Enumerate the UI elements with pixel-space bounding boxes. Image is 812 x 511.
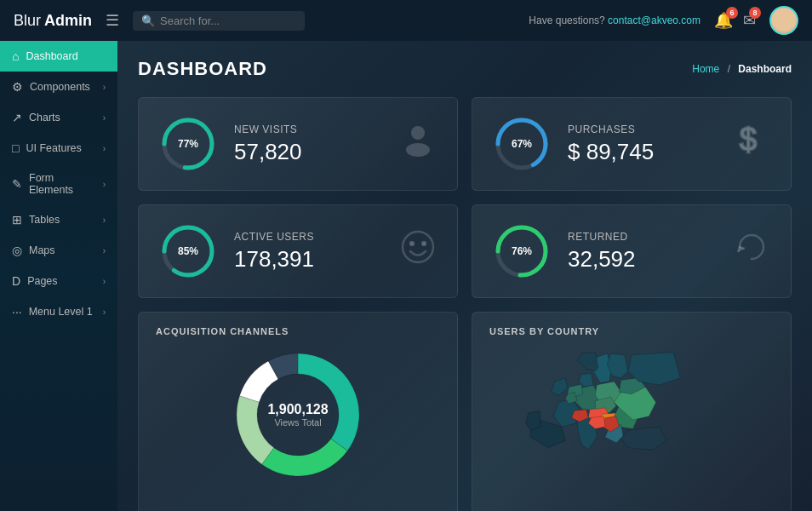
stat-label-new-visits: New Visits <box>234 123 382 135</box>
breadcrumb: Home / Dashboard <box>692 63 792 75</box>
svg-point-11 <box>422 242 426 245</box>
country-map <box>489 347 774 500</box>
stat-value-returned: 32,592 <box>568 246 716 273</box>
sidebar-icon-ui-features: □ <box>12 141 19 155</box>
sidebar-icon-maps: ◎ <box>12 244 22 257</box>
stat-ring-returned: 76% <box>493 222 551 280</box>
map-country-turkey <box>621 427 666 450</box>
map-country-portugal <box>526 411 541 430</box>
svg-point-2 <box>411 126 425 140</box>
sidebar-icon-form-elements: ✎ <box>12 177 22 191</box>
stat-label-purchases: Purchases <box>568 123 716 135</box>
stat-info-returned: Returned 32,592 <box>568 231 716 273</box>
svg-point-10 <box>410 242 414 245</box>
sidebar-item-form-elements[interactable]: ✎ Form Elements › <box>0 164 117 204</box>
chevron-icon: › <box>103 277 106 286</box>
map-country-norway <box>577 353 598 371</box>
stat-percent-new-visits: 77% <box>178 138 198 150</box>
sidebar-item-dashboard[interactable]: ⌂ Dashboard <box>0 41 117 72</box>
sidebar-label-menu-level: Menu Level 1 <box>29 306 96 318</box>
map-country-uk <box>552 378 568 395</box>
donut-svg <box>230 347 366 483</box>
sidebar-label-ui-features: UI Features <box>26 142 95 154</box>
sidebar: ⌂ Dashboard ⚙ Components › ↗ Charts › □ … <box>0 41 117 511</box>
sidebar-item-tables[interactable]: ⊞ Tables › <box>0 204 117 235</box>
donut-segment <box>262 439 348 476</box>
page-title: DASHBOARD <box>138 58 267 80</box>
sidebar-label-components: Components <box>30 81 96 93</box>
svg-text:$: $ <box>740 122 757 157</box>
search-input[interactable] <box>160 14 296 27</box>
acquisition-panel: ACQUISITION CHANNELS 1,900,128 Views Tot… <box>138 312 458 511</box>
stat-info-active-users: Active Users 178,391 <box>234 231 382 273</box>
sidebar-item-charts[interactable]: ↗ Charts › <box>0 102 117 133</box>
sidebar-item-pages[interactable]: D Pages › <box>0 266 117 296</box>
stat-value-active-users: 178,391 <box>234 246 382 273</box>
sidebar-icon-dashboard: ⌂ <box>12 49 19 63</box>
sidebar-label-tables: Tables <box>29 214 96 226</box>
sidebar-icon-menu-level: ··· <box>12 305 22 319</box>
sidebar-label-pages: Pages <box>27 275 96 287</box>
donut-segment <box>237 396 274 464</box>
sidebar-label-charts: Charts <box>29 112 96 123</box>
page-header: DASHBOARD Home / Dashboard <box>138 58 792 80</box>
sidebar-icon-charts: ↗ <box>12 111 22 124</box>
sidebar-item-maps[interactable]: ◎ Maps › <box>0 235 117 266</box>
map-svg <box>489 347 774 500</box>
mail-badge: 8 <box>749 7 761 19</box>
chevron-icon: › <box>103 215 106 225</box>
stat-cards: 77% New Visits 57,820 67% Purchases $ 89… <box>138 97 792 298</box>
stat-percent-returned: 76% <box>512 245 532 257</box>
sidebar-item-menu-level[interactable]: ··· Menu Level 1 › <box>0 296 117 327</box>
stat-card-active-users: 85% Active Users 178,391 <box>138 204 458 298</box>
bottom-panels: ACQUISITION CHANNELS 1,900,128 Views Tot… <box>138 312 792 511</box>
svg-point-3 <box>406 143 430 157</box>
main-content: DASHBOARD Home / Dashboard 77% New Visit… <box>117 41 812 511</box>
stat-label-active-users: Active Users <box>234 231 382 243</box>
sidebar-icon-tables: ⊞ <box>12 213 22 227</box>
contact-link[interactable]: contact@akveo.com <box>608 14 700 26</box>
breadcrumb-current: Dashboard <box>738 63 792 75</box>
user-avatar[interactable] <box>769 6 798 35</box>
sidebar-item-ui-features[interactable]: □ UI Features › <box>0 133 117 164</box>
logo-blur: Blur <box>14 12 41 30</box>
stat-value-purchases: $ 89,745 <box>568 139 716 165</box>
stat-card-returned: 76% Returned 32,592 <box>472 204 792 298</box>
acquisition-title: ACQUISITION CHANNELS <box>156 326 440 336</box>
app-logo: Blur Admin <box>14 12 92 30</box>
hamburger-icon[interactable]: ☰ <box>106 11 119 30</box>
sidebar-icon-components: ⚙ <box>12 80 23 94</box>
stat-info-new-visits: New Visits 57,820 <box>234 123 382 165</box>
search-box: 🔍 <box>133 11 305 31</box>
chevron-icon: › <box>103 113 106 123</box>
messages-envelope[interactable]: ✉ 8 <box>743 11 756 30</box>
stat-card-new-visits: 77% New Visits 57,820 <box>138 97 458 191</box>
users-by-country-panel: USERS BY COUNTRY <box>472 312 792 511</box>
top-navigation: Blur Admin ☰ 🔍 Have questions? contact@a… <box>0 0 812 41</box>
sidebar-item-components[interactable]: ⚙ Components › <box>0 72 117 102</box>
breadcrumb-separator: / <box>728 63 730 75</box>
donut-chart: 1,900,128 Views Total <box>156 347 440 483</box>
stat-label-returned: Returned <box>568 231 716 243</box>
chevron-icon: › <box>103 144 106 153</box>
bell-badge: 6 <box>726 7 738 19</box>
stat-value-new-visits: 57,820 <box>234 139 382 165</box>
search-icon: 🔍 <box>141 14 155 27</box>
main-layout: ⌂ Dashboard ⚙ Components › ↗ Charts › □ … <box>0 41 812 511</box>
nav-question-text: Have questions? contact@akveo.com <box>529 14 700 26</box>
nav-icons: 🔔 6 ✉ 8 <box>714 11 756 30</box>
chevron-icon: › <box>103 83 106 92</box>
stat-percent-active-users: 85% <box>178 245 198 257</box>
stat-info-purchases: Purchases $ 89,745 <box>568 123 716 165</box>
chevron-icon: › <box>103 180 106 189</box>
sidebar-icon-pages: D <box>12 274 20 288</box>
sidebar-label-dashboard: Dashboard <box>26 50 106 62</box>
users-by-country-title: USERS BY COUNTRY <box>489 326 774 336</box>
chevron-icon: › <box>103 246 106 256</box>
sidebar-label-maps: Maps <box>29 244 96 256</box>
stat-ring-purchases: 67% <box>493 115 551 173</box>
notifications-bell[interactable]: 🔔 6 <box>714 11 733 30</box>
stat-card-purchases: 67% Purchases $ 89,745 $ <box>472 97 792 191</box>
stat-icon-new-visits <box>399 121 437 167</box>
sidebar-label-form-elements: Form Elements <box>29 172 96 196</box>
